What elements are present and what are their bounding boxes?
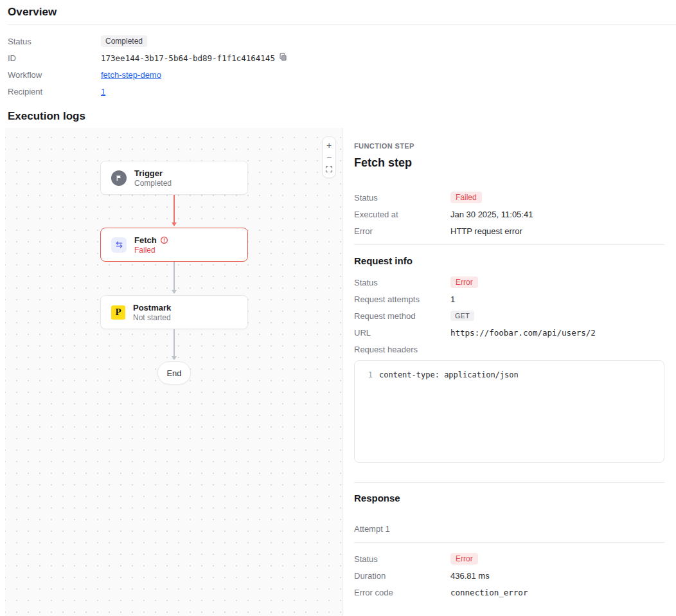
fit-view-icon: [325, 165, 333, 174]
node-fetch[interactable]: Fetch Failed: [100, 228, 248, 262]
id-label: ID: [8, 53, 101, 63]
attempt-label: Attempt 1: [354, 524, 664, 542]
executed-at-row: Executed at Jan 30 2025, 11:05:41: [354, 206, 664, 222]
divider: [354, 244, 664, 245]
recipient-label: Recipient: [8, 87, 101, 96]
edge-postmark-end: [173, 329, 175, 357]
code-line-text: content-type: application/json: [379, 370, 519, 381]
recipient-link[interactable]: 1: [101, 87, 105, 96]
response-duration-label: Duration: [354, 571, 450, 581]
node-fetch-title: Fetch: [134, 235, 157, 245]
executed-at-value: Jan 30 2025, 11:05:41: [450, 210, 533, 219]
step-status-badge: Failed: [450, 192, 482, 203]
step-error-value: HTTP request error: [450, 226, 522, 236]
request-info-rows: Status Error Request attempts 1 Request …: [354, 274, 664, 358]
request-method-label: Request method: [354, 311, 450, 321]
node-trigger-title: Trigger: [134, 168, 172, 178]
step-error-row: Error HTTP request error: [354, 222, 664, 239]
divider: [354, 482, 664, 483]
node-postmark-title: Postmark: [133, 303, 171, 313]
status-label: Status: [8, 37, 101, 46]
zoom-in-button[interactable]: +: [323, 139, 335, 151]
workflow-canvas[interactable]: + − Trigger Completed: [5, 128, 342, 616]
copy-id-button[interactable]: [279, 53, 287, 63]
response-title: Response: [354, 493, 664, 503]
node-fetch-status: Failed: [134, 246, 168, 255]
copy-icon: [279, 53, 287, 63]
request-method-badge: GET: [450, 311, 474, 321]
overview-section: Overview Status Completed ID 173ee144-3b…: [0, 0, 676, 100]
request-headers-row: Request headers: [354, 341, 664, 358]
step-title: Fetch step: [354, 156, 664, 170]
node-postmark-status: Not started: [133, 313, 171, 322]
fit-view-button[interactable]: [323, 163, 335, 176]
overview-row-recipient: Recipient 1: [8, 83, 668, 100]
overview-rows: Status Completed ID 173ee144-3b17-5b64-b…: [0, 25, 676, 100]
overview-title: Overview: [0, 0, 676, 24]
request-attempts-row: Request attempts 1: [354, 291, 664, 307]
edge-trigger-fetch: [173, 195, 175, 223]
response-status-badge: Error: [450, 553, 478, 565]
request-status-label: Status: [354, 278, 450, 287]
response-duration-value: 436.81 ms: [450, 571, 490, 581]
execution-logs-panel: + − Trigger Completed: [0, 128, 676, 616]
workflow-link[interactable]: fetch-step-demo: [101, 70, 161, 80]
node-trigger[interactable]: Trigger Completed: [100, 161, 248, 195]
execution-logs-title: Execution logs: [0, 100, 676, 128]
node-end: End: [157, 361, 191, 385]
request-status-badge: Error: [450, 276, 478, 288]
response-error-code-value: connection_error: [450, 588, 528, 597]
code-line: 1 content-type: application/json: [355, 370, 664, 381]
overview-row-workflow: Workflow fetch-step-demo: [8, 66, 668, 83]
response-rows: Status Error Duration 436.81 ms Error co…: [354, 550, 664, 601]
node-trigger-status: Completed: [134, 179, 172, 188]
executed-at-label: Executed at: [354, 210, 450, 219]
transaction-id-value: 173ee144-3b17-5b64-bd89-f1f1c4164145: [101, 53, 275, 63]
flag-icon: [111, 170, 127, 186]
request-info-title: Request info: [354, 255, 664, 266]
request-attempts-label: Request attempts: [354, 294, 450, 304]
overview-row-id: ID 173ee144-3b17-5b64-bd89-f1f1c4164145: [8, 50, 668, 66]
workflow-label: Workflow: [8, 70, 101, 80]
request-attempts-value: 1: [450, 294, 455, 304]
error-warning-icon: [160, 236, 168, 244]
step-type-label: FUNCTION STEP: [354, 142, 664, 150]
response-error-code-label: Error code: [354, 588, 450, 597]
request-status-row: Status Error: [354, 274, 664, 291]
overview-row-status: Status Completed: [8, 33, 668, 50]
request-method-row: Request method GET: [354, 307, 664, 324]
step-error-label: Error: [354, 226, 450, 236]
postmark-icon: P: [111, 305, 125, 320]
step-status-label: Status: [354, 193, 450, 203]
node-postmark[interactable]: P Postmark Not started: [100, 295, 248, 329]
swap-arrows-icon: [111, 237, 127, 253]
request-headers-code-block: 1 content-type: application/json: [354, 360, 664, 463]
divider: [354, 542, 664, 543]
zoom-out-button[interactable]: −: [323, 151, 335, 163]
request-url-value: https://foobar.com/api/users/2: [450, 328, 596, 338]
step-summary-rows: Status Failed Executed at Jan 30 2025, 1…: [354, 189, 664, 239]
code-line-number: 1: [355, 370, 379, 381]
step-detail-panel: FUNCTION STEP Fetch step Status Failed E…: [342, 128, 676, 616]
response-status-row: Status Error: [354, 550, 664, 567]
canvas-zoom-controls: + −: [322, 136, 336, 178]
status-badge: Completed: [101, 35, 147, 47]
edge-fetch-postmark: [173, 262, 175, 291]
response-error-code-row: Error code connection_error: [354, 584, 664, 601]
response-status-label: Status: [354, 554, 450, 564]
request-url-row: URL https://foobar.com/api/users/2: [354, 324, 664, 341]
request-url-label: URL: [354, 328, 450, 338]
request-headers-label: Request headers: [354, 345, 450, 354]
step-status-row: Status Failed: [354, 189, 664, 206]
response-duration-row: Duration 436.81 ms: [354, 567, 664, 584]
